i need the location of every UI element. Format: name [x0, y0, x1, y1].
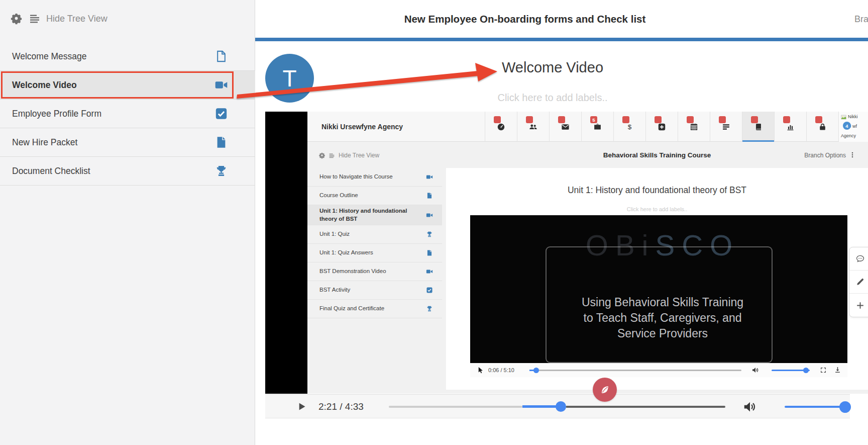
check-square-icon — [214, 107, 228, 121]
volume-handle[interactable] — [839, 401, 851, 413]
inner-content-panel: Unit 1: History and foundational theory … — [446, 168, 868, 390]
sidebar-item-welcome-video[interactable]: Welcome Video — [0, 71, 255, 100]
inner-video-controls: 0:06 / 5:10 — [470, 363, 847, 377]
inner-progress-handle — [533, 368, 539, 373]
inner-video-time: 0:06 / 5:10 — [488, 367, 514, 373]
avatar: T — [265, 54, 314, 103]
document-filled-icon — [426, 192, 433, 199]
hamburger-icon[interactable] — [29, 13, 41, 25]
inner-tree-item-label: BST Demonstration Video — [319, 268, 421, 276]
notification-badge — [622, 116, 629, 123]
inner-tree-item-label: BST Activity — [319, 286, 421, 294]
briefcase-icon — [593, 123, 602, 131]
inner-agency-name: Nikki Ursewfyne Agency — [321, 112, 403, 142]
progress-segment-active — [522, 405, 561, 408]
inner-user-chip-line: Agency — [841, 133, 856, 138]
inner-tree-item-unit-1-history-and-foundational-theory-o: Unit 1: History and foundational theory … — [307, 205, 442, 225]
inner-toolbar-cell-list-lines — [710, 112, 742, 142]
branch-options-button-cutoff[interactable]: Bran — [854, 14, 868, 25]
video-caption-line: Using Behavioral Skills Training — [518, 295, 807, 310]
avatar-letter: T — [282, 65, 296, 92]
broken-image-icon — [840, 114, 847, 120]
inner-toolbar-cell-lock — [806, 112, 838, 142]
inner-volume-slider — [772, 370, 810, 371]
inner-toolbar-cell-dashboard — [485, 112, 517, 142]
download-icon — [834, 366, 841, 374]
sidebar-item-label: Welcome Video — [12, 80, 227, 91]
trophy-icon — [214, 164, 228, 178]
video-camera-icon — [214, 78, 228, 92]
sidebar-item-label: Document Checklist — [12, 166, 227, 176]
users-icon — [529, 123, 537, 131]
inner-branch-options: Branch Options — [768, 152, 846, 159]
inner-toolbar-cell-book — [742, 112, 774, 142]
fullscreen-icon — [820, 367, 827, 374]
inner-tree-item-bst-activity: BST Activity — [307, 281, 442, 300]
tree-view-sidebar: Hide Tree View Welcome Message Welcome V… — [0, 0, 255, 445]
leaf-badge-button[interactable] — [593, 378, 617, 402]
notification-badge — [719, 116, 726, 123]
side-action-button-add[interactable] — [849, 294, 868, 317]
mouse-cursor-icon — [477, 366, 484, 374]
speaker-icon — [751, 366, 759, 374]
notification-badge — [655, 116, 662, 123]
envelope-icon — [561, 123, 570, 131]
inner-lesson-heading: Unit 1: History and foundational theory … — [446, 185, 868, 196]
inner-toolbar-cell-briefcase: 5 — [581, 112, 613, 142]
lock-icon — [818, 123, 827, 131]
edit-icon — [855, 277, 865, 287]
document-filled-icon — [426, 249, 433, 256]
inner-tree-item-unit-1-quiz: Unit 1: Quiz — [307, 225, 442, 244]
list-lines-icon — [722, 123, 730, 131]
inner-hide-tree-view: Hide Tree View — [339, 152, 379, 159]
notification-badge — [815, 116, 822, 123]
progress-handle[interactable] — [556, 401, 566, 412]
notification-badge — [751, 116, 758, 123]
notification-badge — [687, 116, 694, 123]
side-action-button-edit[interactable] — [849, 271, 868, 294]
inner-tree-item-final-quiz-and-certificate: Final Quiz and Certificate — [307, 300, 442, 318]
inner-hamburger-icon — [329, 152, 335, 159]
notification-badge — [783, 116, 790, 123]
svg-text:$: $ — [628, 123, 632, 131]
trophy-icon — [426, 231, 433, 238]
inner-volume-handle — [803, 368, 809, 373]
speaker-icon[interactable] — [742, 399, 757, 414]
sidebar-item-new-hire-packet[interactable]: New Hire Packet — [0, 128, 255, 157]
gear-icon[interactable] — [10, 12, 23, 25]
side-action-panel — [849, 247, 868, 317]
inner-toolbar: 5 $ — [485, 112, 838, 142]
bar-chart-icon — [786, 123, 795, 131]
sidebar-item-welcome-message[interactable]: Welcome Message — [0, 42, 255, 71]
sidebar-item-employee-profile-form[interactable]: Employee Profile Form — [0, 100, 255, 128]
video-letterbox — [265, 112, 307, 394]
sidebar-item-label: New Hire Packet — [12, 137, 227, 148]
inner-tree-item-label: Course Outline — [319, 192, 421, 200]
inner-progress-bar — [529, 370, 741, 371]
page-title: New Employee On-boarding forms and Check… — [255, 13, 795, 25]
lesson-title[interactable]: Welcome Video — [352, 59, 753, 76]
inner-gear-icon — [318, 152, 325, 159]
document-filled-icon — [214, 136, 228, 149]
inner-tree-item-unit-1-quiz-answers: Unit 1: Quiz Answers — [307, 244, 442, 262]
volume-slider[interactable] — [785, 406, 846, 408]
add-labels-placeholder[interactable]: Click here to add labels.. — [352, 92, 753, 104]
inner-tree-view: How to Navigate this Course Course Outli… — [307, 168, 442, 318]
plus-square-icon — [658, 123, 666, 131]
hide-tree-view-toggle[interactable]: Hide Tree View — [46, 14, 107, 24]
sidebar-item-label: Employee Profile Form — [12, 109, 227, 119]
book-icon — [754, 123, 763, 131]
notification-badge — [526, 116, 533, 123]
inner-toolbar-cell-plus-square — [645, 112, 678, 142]
inner-toolbar-cell-envelope — [549, 112, 581, 142]
trophy-icon — [426, 305, 433, 312]
play-button[interactable] — [296, 401, 307, 412]
video-display-area[interactable]: Nikki Ursewfyne Agency — [265, 112, 868, 394]
video-progress-bar[interactable] — [389, 405, 725, 408]
inner-tree-item-bst-demonstration-video: BST Demonstration Video — [307, 262, 442, 281]
sidebar-item-document-checklist[interactable]: Document Checklist — [0, 157, 255, 186]
app-window: Hide Tree View Welcome Message Welcome V… — [0, 0, 868, 445]
inner-user-chip: Nikki U wf Agency 4 — [838, 112, 868, 142]
side-action-button-comment[interactable] — [849, 247, 868, 271]
inner-user-badge: 4 — [843, 122, 851, 130]
